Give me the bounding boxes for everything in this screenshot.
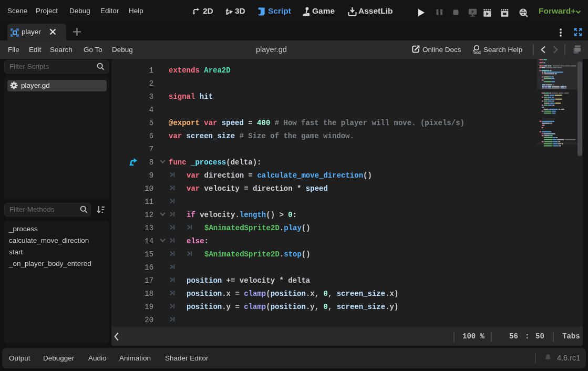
svg-text:DOC: DOC [473,51,481,55]
